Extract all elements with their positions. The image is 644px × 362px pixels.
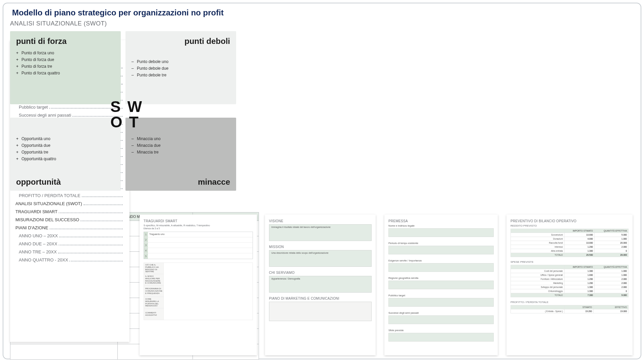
main-title: Modello di piano strategico per organizz… (12, 8, 634, 17)
letter-w: W (127, 99, 141, 114)
swot-strengths: punti di forza Punto di forza unoPunto d… (10, 31, 121, 104)
b3-box[interactable] (388, 281, 494, 289)
b3-label: Periodo di tempo esistente (388, 242, 494, 245)
b4-title: PREVENTIVO DI BILANCIO OPERATIVO (511, 219, 629, 223)
b2-sec-title: CHI SERVIAMO (269, 271, 372, 275)
b2-box[interactable]: Immagina il risultato ideale del lavoro … (269, 224, 372, 241)
card-traguardi: TRAGUARDI SMART S-specifico, M-misurabil… (140, 215, 257, 355)
letter-t: T (129, 114, 138, 130)
toc-item: ANNO UNO – 20XX (15, 233, 124, 238)
swot-s-title: punti di forza (16, 37, 115, 46)
b3-box[interactable] (388, 263, 494, 272)
b3-label: Sfide previste (388, 329, 494, 332)
toc-item: ANNO TRE – 20XX (15, 249, 124, 254)
swot-item: Opportunità tre (16, 150, 115, 155)
toc-item: TRAGUARDI SMART (15, 209, 124, 214)
swot-center-letters: SW OT (110, 99, 141, 130)
b3-box[interactable] (388, 228, 494, 237)
b1-aux-label: COME MISURARE LA PORTATA DEL MESSAGGIO (144, 297, 163, 308)
letter-s: S (110, 99, 120, 114)
layout-grid: SOMMARIO PREMESSANome e indirizzo legale… (10, 20, 634, 355)
b1-title: TRAGUARDI SMART (144, 219, 253, 223)
b3-label: Esigenze servite / Importanza (388, 259, 494, 262)
swot-o-title: opportunità (16, 177, 61, 187)
b1-aux-label: IL MODO MIGLIORE PER RAGGIUNGERE E COMUN… (144, 274, 163, 286)
swot-item: Punto debole uno (131, 59, 230, 64)
mis-cell[interactable] (10, 344, 118, 360)
b2-sec-title: MISSION (269, 245, 372, 249)
swot-opportunities: Opportunità unoOpportunità dueOpportunit… (10, 118, 121, 191)
swot-item: Opportunità uno (16, 136, 115, 141)
b3-label: Pubblico target (388, 294, 494, 297)
document-frame: Modello di piano strategico per organizz… (3, 3, 641, 359)
b3-box[interactable] (388, 298, 494, 307)
b1-scale: Elenca da 3 a 5 (144, 227, 253, 230)
swot-item: Opportunità quattro (16, 157, 115, 161)
b3-label: Successi degli anni passati (388, 311, 494, 314)
b1-aux-label: COMMENTI AGGIUNTIVI (144, 308, 163, 320)
b3-title: PREMESSA (388, 219, 494, 223)
b2-sec-title: PIANO DI MARKETING E COMUNICAZIONI (269, 297, 372, 300)
b3-box[interactable] (388, 315, 494, 324)
b3-box[interactable] (388, 246, 494, 254)
b2-box[interactable] (269, 302, 372, 321)
swot-t-title: minacce (198, 177, 230, 187)
swot-item: Minaccia uno (131, 136, 230, 141)
b2-sec-title: VISIONE (269, 219, 372, 223)
swot-item: Punto di forza tre (16, 64, 115, 69)
swot-item: Punto di forza quattro (16, 71, 115, 75)
b2-box[interactable]: Appartenenza / Demografia (269, 276, 372, 293)
swot-threats: Minaccia unoMinaccia dueMinaccia tre min… (125, 118, 236, 191)
swot-item: Minaccia due (131, 143, 230, 148)
b1-sub: S-specifico, M-misurabile, A-attuabile, … (144, 224, 253, 227)
b4-profit-title: PROFITTO / PERDITA TOTALE (511, 301, 629, 304)
swot-item: Punto di forza uno (16, 51, 115, 55)
b4-exp-title: SPESE PREVISTE (511, 260, 629, 263)
b4-income-title: REDDITO PREVISTO (511, 224, 629, 227)
swot-item: Punto debole tre (131, 73, 230, 77)
swot-item: Minaccia tre (131, 150, 230, 155)
toc-item: PIANI D'AZIONE (15, 225, 124, 230)
b1-aux-label: PROGRAMMA DI COMUNICAZIONE E FREQUENZA (144, 286, 163, 297)
b2-box[interactable]: Una descrizione mirata dello scopo dell'… (269, 250, 372, 267)
swot-item: Punto debole due (131, 66, 230, 71)
b3-box[interactable] (388, 333, 494, 342)
card-swot: ANALISI SITUAZIONALE (SWOT) punti di for… (10, 20, 241, 202)
toc-item: MISURAZIONI DEL SUCCESSO (15, 217, 124, 222)
swot-w-title: punti deboli (131, 37, 230, 46)
swot-title: ANALISI SITUAZIONALE (SWOT) (10, 20, 241, 27)
card-visione-mission: VISIONEImmagina il risultato ideale del … (265, 215, 376, 355)
toc-item: ANNO DUE – 20XX (15, 241, 124, 246)
card-premessa: PREMESSA Nome e indirizzo legalePeriodo … (384, 215, 498, 355)
swot-weaknesses: punti deboli Punto debole unoPunto debol… (125, 31, 236, 104)
b3-label: Regione geografica servita (388, 277, 494, 280)
toc-item: ANNO QUATTRO - 20XX (15, 257, 124, 262)
swot-item: Opportunità due (16, 143, 115, 148)
b3-label: Nome e indirizzo legale (388, 224, 494, 227)
toc-item: ANALISI SITUAZIONALE (SWOT) (15, 201, 124, 206)
letter-o: O (110, 114, 122, 130)
b1-aux-label: CIÒ CHE IL PUBBLICO HA BISOGNO DI SENTIR… (144, 263, 163, 274)
swot-item: Punto di forza due (16, 57, 115, 62)
card-preventivo: PREVENTIVO DI BILANCIO OPERATIVO REDDITO… (506, 215, 633, 355)
